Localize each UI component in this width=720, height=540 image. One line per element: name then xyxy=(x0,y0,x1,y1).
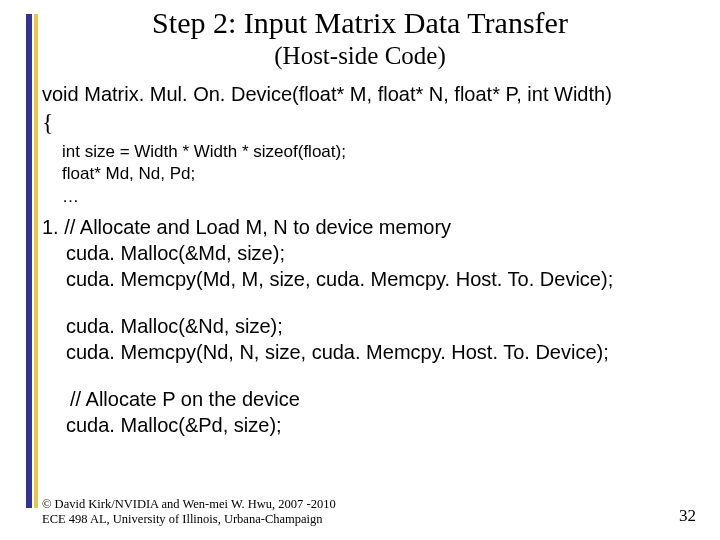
accent-bar-yellow xyxy=(34,14,38,508)
code-signature: void Matrix. Mul. On. Device(float* M, f… xyxy=(42,82,702,107)
footer-line: © David Kirk/NVIDIA and Wen-mei W. Hwu, … xyxy=(42,497,336,513)
code-line: … xyxy=(62,186,702,208)
code-line: float* Md, Nd, Pd; xyxy=(62,163,702,185)
page-number: 32 xyxy=(679,506,696,526)
code-line: int size = Width * Width * sizeof(float)… xyxy=(62,141,702,163)
code-locals: int size = Width * Width * sizeof(float)… xyxy=(62,141,702,207)
code-line: 1. // Allocate and Load M, N to device m… xyxy=(42,216,451,238)
code-line: cuda. Malloc(&Md, size); xyxy=(42,240,702,266)
footer-line: ECE 498 AL, University of Illinois, Urba… xyxy=(42,512,336,528)
code-line: // Allocate P on the device xyxy=(42,386,702,412)
code-line: cuda. Malloc(&Pd, size); xyxy=(42,412,702,438)
code-line: cuda. Malloc(&Nd, size); xyxy=(42,313,702,339)
accent-bar-blue xyxy=(26,14,32,508)
copyright-footer: © David Kirk/NVIDIA and Wen-mei W. Hwu, … xyxy=(42,497,336,528)
slide-body: void Matrix. Mul. On. Device(float* M, f… xyxy=(42,82,702,438)
slide-subtitle: (Host-side Code) xyxy=(0,42,720,70)
slide-title: Step 2: Input Matrix Data Transfer xyxy=(0,6,720,40)
code-open-brace: { xyxy=(42,109,702,135)
code-line: cuda. Memcpy(Md, M, size, cuda. Memcpy. … xyxy=(42,266,702,292)
code-body: 1. // Allocate and Load M, N to device m… xyxy=(42,214,702,439)
code-line: cuda. Memcpy(Nd, N, size, cuda. Memcpy. … xyxy=(42,339,702,365)
